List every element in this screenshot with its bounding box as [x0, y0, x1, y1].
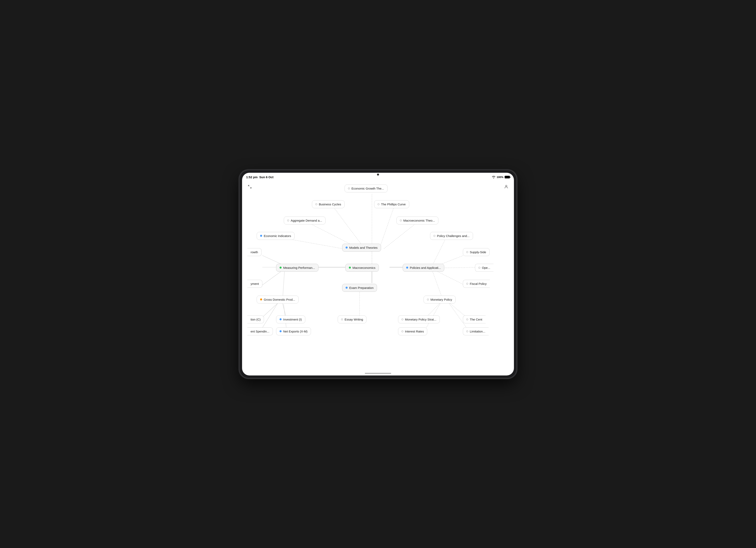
collapse-button[interactable] [246, 183, 253, 190]
node-label: Essay Writing [345, 318, 363, 321]
node-label: The Phillips Curve [381, 202, 406, 206]
node-label: Models and Theories [349, 246, 378, 249]
node-label: Economic Indicators [264, 234, 291, 237]
node-the-central[interactable]: The Cent [463, 316, 486, 324]
node-gdp[interactable]: Gross Domestic Prod... [257, 296, 299, 304]
node-employment-partial[interactable]: yment [247, 280, 262, 288]
svg-line-22 [435, 270, 465, 285]
node-economic-indicators[interactable]: Economic Indicators [257, 232, 295, 240]
node-label: rowth [251, 250, 258, 254]
status-time: 1:52 pm Sun 6 Oct [246, 175, 273, 179]
node-supply-side[interactable]: Supply-Side [463, 248, 490, 256]
node-models-theories[interactable]: Models and Theories [342, 244, 381, 251]
node-label: yment [251, 282, 259, 286]
node-label: Macroeconomics [352, 266, 375, 269]
node-investment[interactable]: Investment (I) [276, 316, 305, 324]
node-macroeconomics-central[interactable]: Macroeconomics [345, 264, 379, 272]
dot-blue [260, 235, 262, 237]
node-open-economy[interactable]: Ope... [475, 264, 493, 272]
node-label: Exam Preparation [349, 286, 374, 290]
node-label: Policies and Applicati... [410, 266, 441, 269]
svg-line-19 [432, 238, 446, 266]
dot-empty [466, 251, 468, 253]
node-label: Ope... [482, 266, 490, 269]
dot-empty [378, 203, 379, 205]
dot-orange [260, 299, 262, 301]
node-macroeconomic-theo[interactable]: Macroeconomic Theo... [396, 216, 438, 224]
node-monetary-policy-strat[interactable]: Monetary Policy Strat... [398, 316, 440, 324]
node-monetary-policy[interactable]: Monetary Policy [424, 296, 456, 304]
node-measuring[interactable]: Measuring Performan... [276, 264, 318, 272]
dot-empty [315, 203, 317, 205]
node-label: Limitation... [470, 330, 485, 333]
node-policies[interactable]: Policies and Applicati... [403, 264, 444, 272]
dot-empty [466, 283, 468, 285]
wifi-icon [492, 176, 495, 179]
dot-empty [466, 331, 468, 332]
dot-empty [401, 319, 403, 320]
node-label: ent Spendin... [251, 330, 269, 333]
node-net-exports[interactable]: Net Exports (X-M) [276, 328, 311, 335]
node-label: Interest Rates [405, 330, 424, 333]
dot-empty [427, 299, 429, 301]
dot-empty [478, 267, 480, 268]
node-label: Monetary Policy Strat... [405, 318, 436, 321]
node-label: Gross Domestic Prod... [264, 298, 295, 301]
dot-empty [434, 235, 435, 237]
node-label: tion (C) [251, 318, 261, 321]
svg-line-7 [380, 207, 394, 247]
ipad-frame: 1:52 pm Sun 6 Oct 100% [240, 170, 516, 378]
home-indicator [365, 373, 391, 374]
toolbar [242, 182, 514, 192]
dot-blue [280, 318, 282, 320]
node-label: Monetary Policy [430, 298, 452, 301]
node-label: Net Exports (X-M) [283, 330, 308, 333]
node-essay-writing[interactable]: Essay Writing [338, 316, 366, 324]
dot-empty [341, 319, 343, 320]
battery-icon [505, 176, 510, 178]
svg-line-6 [333, 207, 364, 247]
node-interest-rates[interactable]: Interest Rates [398, 328, 427, 335]
node-label: Supply-Side [470, 250, 486, 254]
dot-blue [346, 246, 348, 248]
dot-empty [400, 219, 402, 221]
svg-point-0 [505, 185, 507, 186]
battery-percent: 100% [497, 175, 503, 179]
node-label: The Cent [470, 318, 482, 321]
dot-empty [466, 319, 468, 320]
svg-line-9 [384, 223, 416, 249]
status-right: 100% [492, 175, 510, 179]
node-label: Measuring Performan... [283, 266, 315, 269]
dot-green [280, 266, 282, 268]
node-policy-challenges[interactable]: Policy Challenges and... [430, 232, 473, 240]
node-label: Aggregate Demand a... [291, 219, 322, 222]
svg-line-14 [283, 269, 285, 299]
node-aggregate-demand[interactable]: Aggregate Demand a... [284, 216, 326, 224]
node-label: Policy Challenges and... [437, 234, 470, 237]
node-label: Business Cycles [319, 202, 341, 206]
ipad-screen: 1:52 pm Sun 6 Oct 100% [242, 173, 514, 376]
node-exam-preparation[interactable]: Exam Preparation [342, 284, 377, 292]
node-label: Macroeconomic Theo... [403, 219, 435, 222]
dot-blue [346, 287, 348, 289]
status-bar: 1:52 pm Sun 6 Oct 100% [242, 173, 514, 182]
user-button[interactable] [503, 183, 510, 190]
dot-empty [287, 219, 289, 221]
node-business-cycles[interactable]: Business Cycles [312, 200, 345, 208]
node-gov-spending-partial[interactable]: ent Spendin... [247, 328, 273, 335]
mindmap-canvas: Economic Growth The... Business Cycles T… [242, 173, 514, 376]
node-phillips-curve[interactable]: The Phillips Curve [374, 200, 409, 208]
node-consumption-partial[interactable]: tion (C) [247, 316, 264, 324]
dot-blue [406, 266, 408, 268]
battery-fill [505, 176, 510, 178]
node-limitations-partial[interactable]: Limitation... [463, 328, 489, 335]
dot-blue [280, 330, 282, 332]
node-label: Fiscal Policy [470, 282, 487, 286]
svg-line-10 [287, 238, 349, 250]
dot-green [349, 266, 351, 268]
node-label: Investment (I) [283, 318, 302, 321]
svg-line-23 [432, 270, 443, 299]
dot-empty [401, 331, 403, 332]
node-growth-partial[interactable]: rowth [247, 248, 262, 256]
node-fiscal-policy[interactable]: Fiscal Policy [463, 280, 490, 288]
